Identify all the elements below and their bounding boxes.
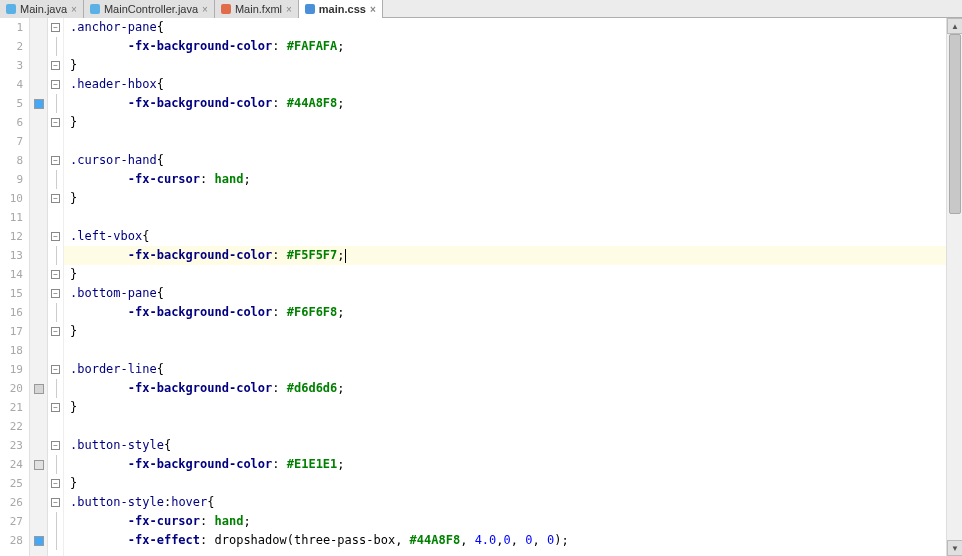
code-line[interactable] <box>64 341 946 360</box>
fold-open-icon[interactable]: − <box>51 80 60 89</box>
code-editor: 1234567891011121314151617181920212223242… <box>0 18 962 556</box>
scroll-down-button[interactable]: ▼ <box>947 540 962 556</box>
fold-open-icon[interactable]: − <box>51 23 60 32</box>
fold-open-icon[interactable]: − <box>51 365 60 374</box>
line-number: 22 <box>0 417 23 436</box>
code-line[interactable]: .bottom-pane{ <box>64 284 946 303</box>
code-line[interactable]: } <box>64 265 946 284</box>
code-line[interactable]: } <box>64 56 946 75</box>
code-line[interactable]: } <box>64 189 946 208</box>
line-number: 13 <box>0 246 23 265</box>
fold-slot: − <box>48 398 63 417</box>
gutter-marker-slot <box>30 303 47 322</box>
close-icon[interactable]: × <box>286 4 292 15</box>
editor-tab[interactable]: main.css× <box>299 0 383 18</box>
fold-close-icon[interactable]: − <box>51 194 60 203</box>
color-swatch-icon[interactable] <box>34 460 44 470</box>
code-line[interactable]: -fx-background-color: #d6d6d6; <box>64 379 946 398</box>
file-type-icon <box>90 4 100 14</box>
fold-slot: − <box>48 227 63 246</box>
fold-close-icon[interactable]: − <box>51 403 60 412</box>
line-number: 3 <box>0 56 23 75</box>
code-line[interactable]: -fx-background-color: #FAFAFA; <box>64 37 946 56</box>
code-line[interactable]: -fx-background-color: #F6F6F8; <box>64 303 946 322</box>
code-line[interactable]: .button-style{ <box>64 436 946 455</box>
color-swatch-icon[interactable] <box>34 536 44 546</box>
code-line[interactable]: } <box>64 113 946 132</box>
fold-close-icon[interactable]: − <box>51 61 60 70</box>
fold-gutter: −−−−−−−−−−−−−−− <box>48 18 64 556</box>
gutter-marker-slot <box>30 493 47 512</box>
line-number: 28 <box>0 531 23 550</box>
gutter-marker-slot <box>30 360 47 379</box>
gutter-marker-slot <box>30 189 47 208</box>
fold-slot <box>48 512 63 531</box>
gutter-marker-slot <box>30 474 47 493</box>
line-number: 2 <box>0 37 23 56</box>
fold-slot <box>48 417 63 436</box>
code-area[interactable]: .anchor-pane{ -fx-background-color: #FAF… <box>64 18 946 556</box>
gutter-marker-slot <box>30 75 47 94</box>
line-number: 26 <box>0 493 23 512</box>
code-line[interactable]: -fx-cursor: hand; <box>64 170 946 189</box>
fold-open-icon[interactable]: − <box>51 441 60 450</box>
fold-slot: − <box>48 436 63 455</box>
gutter-marker-slot <box>30 227 47 246</box>
editor-tab[interactable]: MainController.java× <box>84 0 215 18</box>
code-line[interactable]: .left-vbox{ <box>64 227 946 246</box>
gutter-marker-slot <box>30 132 47 151</box>
close-icon[interactable]: × <box>202 4 208 15</box>
code-line[interactable]: } <box>64 322 946 341</box>
code-line[interactable]: .cursor-hand{ <box>64 151 946 170</box>
code-line[interactable]: .anchor-pane{ <box>64 18 946 37</box>
fold-slot <box>48 379 63 398</box>
code-line[interactable]: } <box>64 398 946 417</box>
fold-close-icon[interactable]: − <box>51 327 60 336</box>
color-swatch-icon[interactable] <box>34 384 44 394</box>
line-number: 23 <box>0 436 23 455</box>
fold-slot: − <box>48 113 63 132</box>
code-line[interactable]: -fx-cursor: hand; <box>64 512 946 531</box>
code-line[interactable]: -fx-background-color: #F5F5F7; <box>64 246 946 265</box>
marker-gutter <box>30 18 48 556</box>
fold-close-icon[interactable]: − <box>51 270 60 279</box>
close-icon[interactable]: × <box>71 4 77 15</box>
fold-slot: − <box>48 322 63 341</box>
editor-tab[interactable]: Main.java× <box>0 0 84 18</box>
code-line[interactable] <box>64 208 946 227</box>
line-number: 9 <box>0 170 23 189</box>
gutter-marker-slot <box>30 208 47 227</box>
scroll-up-button[interactable]: ▲ <box>947 18 962 34</box>
fold-close-icon[interactable]: − <box>51 118 60 127</box>
line-number: 27 <box>0 512 23 531</box>
code-line[interactable]: } <box>64 474 946 493</box>
code-line[interactable]: -fx-effect: dropshadow(three-pass-box, #… <box>64 531 946 550</box>
fold-open-icon[interactable]: − <box>51 156 60 165</box>
code-line[interactable]: -fx-background-color: #E1E1E1; <box>64 455 946 474</box>
scroll-thumb[interactable] <box>949 34 961 214</box>
code-line[interactable] <box>64 132 946 151</box>
code-line[interactable] <box>64 417 946 436</box>
code-line[interactable]: .button-style:hover{ <box>64 493 946 512</box>
code-line[interactable]: .header-hbox{ <box>64 75 946 94</box>
line-number: 8 <box>0 151 23 170</box>
gutter-marker-slot <box>30 284 47 303</box>
fold-slot <box>48 37 63 56</box>
fold-open-icon[interactable]: − <box>51 289 60 298</box>
gutter-marker-slot <box>30 341 47 360</box>
code-line[interactable]: -fx-background-color: #44A8F8; <box>64 94 946 113</box>
fold-slot: − <box>48 189 63 208</box>
fold-close-icon[interactable]: − <box>51 479 60 488</box>
code-line[interactable]: .border-line{ <box>64 360 946 379</box>
fold-open-icon[interactable]: − <box>51 498 60 507</box>
fold-open-icon[interactable]: − <box>51 232 60 241</box>
color-swatch-icon[interactable] <box>34 99 44 109</box>
line-number: 5 <box>0 94 23 113</box>
fold-slot: − <box>48 151 63 170</box>
vertical-scrollbar[interactable]: ▲ ▼ <box>946 18 962 556</box>
line-number: 11 <box>0 208 23 227</box>
close-icon[interactable]: × <box>370 4 376 15</box>
editor-tab[interactable]: Main.fxml× <box>215 0 299 18</box>
tab-label: MainController.java <box>104 3 198 15</box>
gutter-marker-slot <box>30 37 47 56</box>
